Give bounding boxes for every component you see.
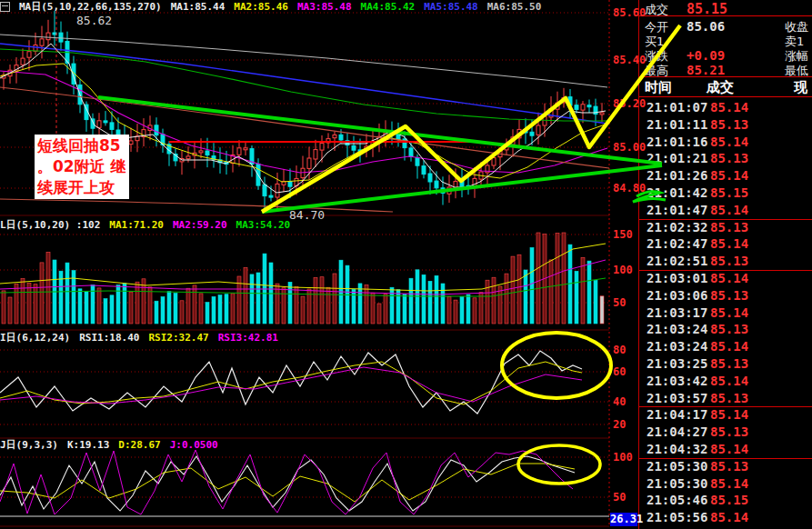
tape-time: 21:03:24 bbox=[647, 322, 707, 336]
axis-label: 85.40 bbox=[613, 54, 646, 66]
tape-time: 21:02:47 bbox=[647, 236, 707, 251]
tape-col-price[interactable]: 成交 bbox=[707, 79, 734, 96]
tape-time: 21:01:26 bbox=[647, 168, 707, 183]
tape-time: 21:01:07 bbox=[647, 100, 707, 115]
tape-row: 21:03:5785.13 bbox=[639, 391, 812, 407]
high-value: 85.21 bbox=[687, 63, 725, 77]
trading-app-window: MA日(5,10,22,66,135,270) MA1:85.44 MA2:85… bbox=[0, 0, 812, 529]
tape-group-separator bbox=[639, 219, 812, 220]
tape-price: 85.13 bbox=[710, 322, 748, 336]
tape-row: 21:03:2485.13 bbox=[639, 322, 812, 338]
tape-row: 21:03:2485.14 bbox=[639, 339, 812, 355]
ma3-value: MA3:85.48 bbox=[297, 1, 352, 13]
tape-price: 85.14 bbox=[710, 203, 748, 217]
ma4-value: MA4:85.42 bbox=[361, 1, 416, 13]
tape-row: 21:04:1785.14 bbox=[639, 407, 812, 424]
tape-price: 85.13 bbox=[710, 254, 748, 268]
tape-price: 85.13 bbox=[710, 220, 748, 235]
ma6-value: MA6:85.50 bbox=[487, 1, 542, 13]
tape-price: 85.14 bbox=[710, 407, 748, 422]
rsi3-value: RSI3:42.81 bbox=[218, 332, 278, 344]
axis-label: 85.00 bbox=[613, 141, 646, 154]
tape-time: 21:02:51 bbox=[647, 254, 707, 268]
tape-price: 85.13 bbox=[710, 356, 748, 371]
tape-row: 21:03:0185.14 bbox=[639, 271, 812, 287]
panel-divider bbox=[639, 15, 812, 16]
tape-time: 21:03:06 bbox=[647, 288, 707, 303]
tape-price: 85.13 bbox=[710, 151, 748, 165]
tape-group-separator bbox=[639, 270, 812, 271]
tape-time: 21:03:24 bbox=[647, 339, 707, 354]
quote-panel: 成交 85.15 今开 85.06 收盘 买1 卖1 涨跌 +0.09 涨幅 最… bbox=[638, 0, 812, 529]
tape-col-vol[interactable]: 现 bbox=[794, 79, 807, 96]
tape-price: 85.14 bbox=[710, 305, 748, 320]
tape-col-time[interactable]: 时间 bbox=[645, 79, 672, 96]
ma2-value: MA2:85.46 bbox=[234, 1, 288, 13]
analyst-annotation[interactable]: 短线回抽85 。02附近 继 续展开上攻 bbox=[35, 135, 129, 199]
axis-label: 84.80 bbox=[613, 182, 646, 195]
axis-label: 85.20 bbox=[613, 97, 646, 110]
tape-row: 21:03:0685.13 bbox=[639, 288, 812, 304]
change-value: +0.09 bbox=[687, 48, 725, 63]
tape-price: 85.13 bbox=[710, 117, 748, 132]
tape-time: 21:05:30 bbox=[647, 459, 707, 474]
kdj-k-value: K:19.13 bbox=[67, 439, 109, 451]
tape-row: 21:02:3285.13 bbox=[639, 220, 812, 236]
collapse-icon[interactable] bbox=[0, 2, 10, 12]
tape-group-separator bbox=[639, 458, 812, 459]
low-price-tag: 84.70 bbox=[289, 208, 325, 222]
annotation-line: 短线回抽85 bbox=[37, 135, 126, 156]
panel-divider bbox=[639, 96, 812, 97]
tape-group-separator bbox=[639, 406, 812, 407]
axis-label: 150 bbox=[613, 228, 633, 241]
tape-price: 85.15 bbox=[710, 185, 748, 200]
annotation-line: 。02附近 继 bbox=[37, 156, 126, 177]
axis-label: 20 bbox=[613, 418, 626, 431]
tape-time: 21:03:17 bbox=[647, 305, 707, 320]
tape-price: 85.14 bbox=[710, 442, 748, 456]
kdj-indicator-row: J日(9,3,3) K:19.13 D:28.67 J:0.0500 bbox=[0, 439, 218, 451]
tape-price: 85.14 bbox=[710, 168, 748, 183]
tape-time: 21:05:46 bbox=[647, 493, 707, 507]
tape-time: 21:04:32 bbox=[647, 442, 707, 456]
tape-time: 21:01:47 bbox=[647, 203, 707, 217]
rsi1-value: RSI1:18.40 bbox=[79, 332, 139, 344]
tape-row: 21:01:1185.13 bbox=[639, 117, 812, 134]
panel-divider bbox=[639, 76, 812, 77]
open-value: 85.06 bbox=[687, 19, 725, 34]
tape-row: 21:01:2185.13 bbox=[639, 151, 812, 167]
tape-row: 21:05:3085.14 bbox=[639, 476, 812, 493]
rsi-params-label[interactable]: I日(6,12,24) bbox=[0, 331, 70, 344]
tape-price: 85.14 bbox=[710, 135, 748, 149]
tape-time: 21:03:42 bbox=[647, 374, 707, 388]
tape-time: 21:01:42 bbox=[647, 185, 707, 200]
ma-params-label[interactable]: MA日(5,10,22,66,135,270) bbox=[19, 0, 162, 14]
rsi-indicator-row: I日(6,12,24) RSI1:18.40 RSI2:32.47 RSI3:4… bbox=[0, 332, 278, 344]
vol-ma2-value: MA2:59.20 bbox=[173, 219, 227, 231]
kdj-params-label[interactable]: J日(9,3,3) bbox=[0, 438, 58, 452]
ma5-value: MA5:85.48 bbox=[424, 1, 478, 13]
tape-row: 21:03:4285.14 bbox=[639, 374, 812, 390]
axis-label: 80 bbox=[613, 344, 626, 356]
tape-time: 21:01:11 bbox=[647, 117, 707, 132]
tape-row: 21:01:0785.14 bbox=[639, 100, 812, 116]
ma1-value: MA1:85.44 bbox=[171, 1, 226, 13]
axis-label: 50 bbox=[613, 491, 626, 504]
tape-row: 21:05:3085.13 bbox=[639, 459, 812, 475]
tape-price: 85.13 bbox=[710, 288, 748, 303]
tape-row: 21:01:2685.14 bbox=[639, 168, 812, 185]
kdj-d-value: D:28.67 bbox=[118, 439, 160, 451]
tape-price: 85.14 bbox=[710, 476, 748, 491]
rsi2-value: RSI2:32.47 bbox=[148, 332, 208, 344]
tape-time: 21:01:16 bbox=[647, 135, 707, 149]
tape-row: 21:01:4285.15 bbox=[639, 185, 812, 202]
tape-row: 21:04:3285.14 bbox=[639, 442, 812, 458]
tape-price: 85.13 bbox=[710, 424, 748, 439]
annotation-line: 续展开上攻 bbox=[37, 177, 126, 198]
tape-price: 85.14 bbox=[710, 271, 748, 285]
tape-price: 85.14 bbox=[710, 100, 748, 115]
vol-params-label[interactable]: L日(5,10,20) :102 bbox=[0, 218, 100, 232]
vol-ma1-value: MA1:71.20 bbox=[109, 219, 164, 231]
tape-price: 85.14 bbox=[710, 236, 748, 251]
tape-price: 85.13 bbox=[710, 391, 748, 405]
